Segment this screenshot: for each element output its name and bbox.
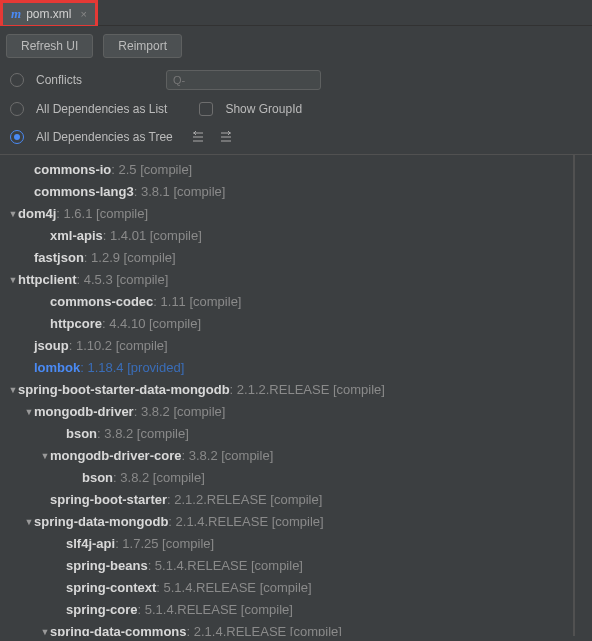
version-scope: : 1.6.1 [compile] <box>56 205 148 223</box>
dependency-tree[interactable]: ▼commons-io : 2.5 [compile]▼commons-lang… <box>0 155 574 636</box>
version-scope: : 3.8.2 [compile] <box>97 425 189 443</box>
conflicts-row: Conflicts Q- <box>0 64 592 96</box>
tree-node[interactable]: ▼commons-io : 2.5 [compile] <box>0 159 573 181</box>
tree-node[interactable]: ▼lombok : 1.18.4 [provided] <box>0 357 573 379</box>
tree-container: ▼commons-io : 2.5 [compile]▼commons-lang… <box>0 155 592 636</box>
version-scope: : 2.1.2.RELEASE [compile] <box>167 491 322 509</box>
tab-bar: m pom.xml × <box>0 0 592 26</box>
tree-node[interactable]: ▼jsoup : 1.10.2 [compile] <box>0 335 573 357</box>
artifact-name: httpclient <box>18 271 77 289</box>
version-scope: : 5.1.4.RELEASE [compile] <box>138 601 293 619</box>
chevron-down-icon[interactable]: ▼ <box>40 623 50 636</box>
tree-node[interactable]: ▼spring-data-mongodb : 2.1.4.RELEASE [co… <box>0 511 573 533</box>
tree-node[interactable]: ▼spring-beans : 5.1.4.RELEASE [compile] <box>0 555 573 577</box>
refresh-button[interactable]: Refresh UI <box>6 34 93 58</box>
right-panel <box>574 155 592 636</box>
show-groupid-label: Show GroupId <box>225 102 302 116</box>
version-scope: : 1.10.2 [compile] <box>69 337 168 355</box>
version-scope: : 3.8.2 [compile] <box>113 469 205 487</box>
tree-node[interactable]: ▼spring-data-commons : 2.1.4.RELEASE [co… <box>0 621 573 636</box>
tree-node[interactable]: ▼commons-codec : 1.11 [compile] <box>0 291 573 313</box>
artifact-name: commons-codec <box>50 293 153 311</box>
tree-node[interactable]: ▼fastjson : 1.2.9 [compile] <box>0 247 573 269</box>
chevron-down-icon[interactable]: ▼ <box>24 513 34 531</box>
artifact-name: fastjson <box>34 249 84 267</box>
artifact-name: bson <box>82 469 113 487</box>
search-input[interactable]: Q- <box>166 70 321 90</box>
artifact-name: lombok <box>34 359 80 377</box>
artifact-name: xml-apis <box>50 227 103 245</box>
conflicts-label: Conflicts <box>36 73 82 87</box>
version-scope: : 1.2.9 [compile] <box>84 249 176 267</box>
tree-node[interactable]: ▼spring-context : 5.1.4.RELEASE [compile… <box>0 577 573 599</box>
chevron-down-icon[interactable]: ▼ <box>24 403 34 421</box>
artifact-name: spring-context <box>66 579 156 597</box>
collapse-all-icon[interactable] <box>217 128 235 146</box>
tree-node[interactable]: ▼bson : 3.8.2 [compile] <box>0 423 573 445</box>
all-tree-row: All Dependencies as Tree <box>0 122 592 152</box>
all-list-row: All Dependencies as List Show GroupId <box>0 96 592 122</box>
chevron-down-icon[interactable]: ▼ <box>8 381 18 399</box>
tree-node[interactable]: ▼mongodb-driver : 3.8.2 [compile] <box>0 401 573 423</box>
artifact-name: spring-boot-starter-data-mongodb <box>18 381 230 399</box>
version-scope: : 3.8.2 [compile] <box>134 403 226 421</box>
artifact-name: spring-boot-starter <box>50 491 167 509</box>
radio-all-list[interactable] <box>10 102 24 116</box>
version-scope: : 1.18.4 [provided] <box>80 359 184 377</box>
tree-node[interactable]: ▼spring-boot-starter : 2.1.2.RELEASE [co… <box>0 489 573 511</box>
action-bar: Refresh UI Reimport <box>0 26 592 64</box>
artifact-name: spring-beans <box>66 557 148 575</box>
version-scope: : 5.1.4.RELEASE [compile] <box>156 579 311 597</box>
artifact-name: commons-lang3 <box>34 183 134 201</box>
chevron-down-icon[interactable]: ▼ <box>8 271 18 289</box>
artifact-name: spring-core <box>66 601 138 619</box>
tab-pom-xml[interactable]: m pom.xml × <box>0 0 98 26</box>
radio-conflicts[interactable] <box>10 73 24 87</box>
artifact-name: mongodb-driver-core <box>50 447 181 465</box>
version-scope: : 1.4.01 [compile] <box>103 227 202 245</box>
version-scope: : 4.4.10 [compile] <box>102 315 201 333</box>
tree-node[interactable]: ▼slf4j-api : 1.7.25 [compile] <box>0 533 573 555</box>
tree-node[interactable]: ▼spring-boot-starter-data-mongodb : 2.1.… <box>0 379 573 401</box>
tree-node[interactable]: ▼bson : 3.8.2 [compile] <box>0 467 573 489</box>
artifact-name: dom4j <box>18 205 56 223</box>
tree-node[interactable]: ▼spring-core : 5.1.4.RELEASE [compile] <box>0 599 573 621</box>
reimport-button[interactable]: Reimport <box>103 34 182 58</box>
artifact-name: mongodb-driver <box>34 403 134 421</box>
all-list-label: All Dependencies as List <box>36 102 167 116</box>
version-scope: : 1.7.25 [compile] <box>115 535 214 553</box>
tab-label: pom.xml <box>26 7 71 21</box>
tree-node[interactable]: ▼mongodb-driver-core : 3.8.2 [compile] <box>0 445 573 467</box>
artifact-name: bson <box>66 425 97 443</box>
version-scope: : 2.5 [compile] <box>111 161 192 179</box>
tree-node[interactable]: ▼commons-lang3 : 3.8.1 [compile] <box>0 181 573 203</box>
version-scope: : 5.1.4.RELEASE [compile] <box>148 557 303 575</box>
version-scope: : 1.11 [compile] <box>153 293 241 311</box>
tree-node[interactable]: ▼dom4j : 1.6.1 [compile] <box>0 203 573 225</box>
checkbox-show-groupid[interactable] <box>199 102 213 116</box>
maven-icon: m <box>11 6 21 22</box>
chevron-down-icon[interactable]: ▼ <box>40 447 50 465</box>
artifact-name: spring-data-mongodb <box>34 513 168 531</box>
close-icon[interactable]: × <box>80 8 86 20</box>
chevron-down-icon[interactable]: ▼ <box>8 205 18 223</box>
version-scope: : 2.1.4.RELEASE [compile] <box>187 623 342 636</box>
artifact-name: spring-data-commons <box>50 623 187 636</box>
expand-all-icon[interactable] <box>189 128 207 146</box>
artifact-name: jsoup <box>34 337 69 355</box>
version-scope: : 3.8.1 [compile] <box>134 183 226 201</box>
radio-all-tree[interactable] <box>10 130 24 144</box>
version-scope: : 4.5.3 [compile] <box>77 271 169 289</box>
tree-node[interactable]: ▼xml-apis : 1.4.01 [compile] <box>0 225 573 247</box>
artifact-name: slf4j-api <box>66 535 115 553</box>
search-icon: Q- <box>173 74 185 86</box>
tree-node[interactable]: ▼httpcore : 4.4.10 [compile] <box>0 313 573 335</box>
version-scope: : 2.1.2.RELEASE [compile] <box>230 381 385 399</box>
version-scope: : 2.1.4.RELEASE [compile] <box>168 513 323 531</box>
tree-node[interactable]: ▼httpclient : 4.5.3 [compile] <box>0 269 573 291</box>
version-scope: : 3.8.2 [compile] <box>181 447 273 465</box>
artifact-name: commons-io <box>34 161 111 179</box>
artifact-name: httpcore <box>50 315 102 333</box>
all-tree-label: All Dependencies as Tree <box>36 130 173 144</box>
